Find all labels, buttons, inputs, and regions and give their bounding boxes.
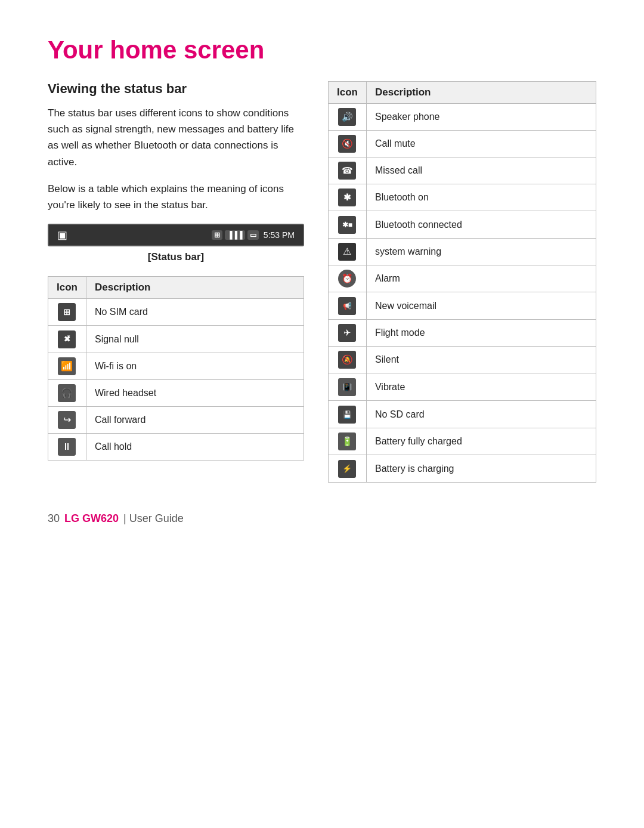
right-icon-table: Icon Description 🔊 Speaker phone 🔇 Call … bbox=[328, 81, 596, 483]
left-table-desc-cell: Wired headset bbox=[86, 380, 304, 407]
right-table-row: 📢 New voicemail bbox=[329, 292, 596, 320]
right-table-desc-cell: Alarm bbox=[366, 265, 596, 292]
left-table-row: ⏸ Call hold bbox=[48, 434, 304, 461]
page-title: Your home screen bbox=[48, 36, 596, 64]
left-icon-table: Icon Description ⊞ No SIM card ✖̄ Signal… bbox=[48, 276, 304, 461]
left-table-icon-header: Icon bbox=[48, 277, 86, 299]
right-table-desc-cell: Silent bbox=[366, 347, 596, 373]
call-mute-icon: 🔇 bbox=[329, 131, 367, 157]
section-title: Viewing the status bar bbox=[48, 81, 304, 97]
bluetooth-on-icon: ✱ bbox=[329, 184, 367, 211]
right-table-desc-cell: Bluetooth on bbox=[366, 184, 596, 211]
battery-charging-icon: ⚡ bbox=[329, 455, 367, 483]
right-table-desc-cell: Battery fully charged bbox=[366, 428, 596, 455]
status-bar-right-icons: ⊞ ▐▐▐ ▭ 5:53 PM bbox=[212, 230, 295, 240]
demo-icon-battery: ▭ bbox=[247, 230, 259, 240]
demo-time: 5:53 PM bbox=[264, 230, 295, 240]
right-table-desc-cell: Vibrate bbox=[366, 373, 596, 401]
no-sim-icon: ⊞ bbox=[48, 299, 86, 326]
left-table-desc-cell: No SIM card bbox=[86, 299, 304, 326]
right-table-row: ☎ Missed call bbox=[329, 157, 596, 184]
right-table-desc-cell: New voicemail bbox=[366, 292, 596, 320]
missed-call-icon: ☎ bbox=[329, 157, 367, 184]
speaker-phone-icon: 🔊 bbox=[329, 104, 367, 131]
demo-icon-signal: ▐▐▐ bbox=[225, 230, 245, 240]
right-column: Icon Description 🔊 Speaker phone 🔇 Call … bbox=[328, 81, 596, 483]
call-hold-icon: ⏸ bbox=[48, 434, 86, 461]
footer-page-number: 30 bbox=[48, 512, 60, 525]
left-column: Viewing the status bar The status bar us… bbox=[48, 81, 304, 461]
left-table-desc-cell: Wi-fi is on bbox=[86, 353, 304, 380]
right-table-row: 🔊 Speaker phone bbox=[329, 104, 596, 131]
left-table-desc-cell: Signal null bbox=[86, 326, 304, 353]
left-table-row: 📶 Wi-fi is on bbox=[48, 353, 304, 380]
right-table-row: ⚠ system warning bbox=[329, 239, 596, 265]
left-table-desc-cell: Call forward bbox=[86, 407, 304, 434]
status-bar-demo: ▣ ⊞ ▐▐▐ ▭ 5:53 PM bbox=[48, 224, 304, 246]
right-table-desc-cell: Call mute bbox=[366, 131, 596, 157]
right-table-row: ✈ Flight mode bbox=[329, 320, 596, 347]
right-table-row: 📳 Vibrate bbox=[329, 373, 596, 401]
signal-null-icon: ✖̄ bbox=[48, 326, 86, 353]
description-text-1: The status bar uses different icons to s… bbox=[48, 105, 304, 170]
left-table-desc-header: Description bbox=[86, 277, 304, 299]
footer-guide-text: | User Guide bbox=[123, 512, 184, 525]
right-table-desc-cell: Battery is charging bbox=[366, 455, 596, 483]
right-table-desc-cell: Speaker phone bbox=[366, 104, 596, 131]
right-table-icon-header: Icon bbox=[329, 82, 367, 104]
left-table-row: ⊞ No SIM card bbox=[48, 299, 304, 326]
battery-full-icon: 🔋 bbox=[329, 428, 367, 455]
right-table-row: ⏰ Alarm bbox=[329, 265, 596, 292]
left-table-row: 🎧 Wired headset bbox=[48, 380, 304, 407]
silent-icon: 🔕 bbox=[329, 347, 367, 373]
right-table-row: 🔇 Call mute bbox=[329, 131, 596, 157]
right-table-desc-cell: Flight mode bbox=[366, 320, 596, 347]
wifi-on-icon: 📶 bbox=[48, 353, 86, 380]
right-table-desc-cell: system warning bbox=[366, 239, 596, 265]
right-table-row: ✱ Bluetooth on bbox=[329, 184, 596, 211]
right-table-row: 🔋 Battery fully charged bbox=[329, 428, 596, 455]
bluetooth-connected-icon: ✱■ bbox=[329, 211, 367, 239]
demo-icon-sim: ⊞ bbox=[212, 230, 222, 240]
right-table-desc-cell: No SD card bbox=[366, 401, 596, 428]
description-text-2: Below is a table which explains the mean… bbox=[48, 181, 304, 213]
status-bar-left-icon: ▣ bbox=[57, 228, 67, 242]
left-table-desc-cell: Call hold bbox=[86, 434, 304, 461]
call-forward-icon: ↪ bbox=[48, 407, 86, 434]
right-table-row: 🔕 Silent bbox=[329, 347, 596, 373]
left-table-row: ↪ Call forward bbox=[48, 407, 304, 434]
right-table-desc-cell: Missed call bbox=[366, 157, 596, 184]
flight-mode-icon: ✈ bbox=[329, 320, 367, 347]
vibrate-icon: 📳 bbox=[329, 373, 367, 401]
alarm-icon: ⏰ bbox=[329, 265, 367, 292]
left-table-row: ✖̄ Signal null bbox=[48, 326, 304, 353]
footer-brand: LG GW620 bbox=[64, 512, 119, 525]
system-warning-icon: ⚠ bbox=[329, 239, 367, 265]
right-table-desc-header: Description bbox=[366, 82, 596, 104]
footer: 30 LG GW620 | User Guide bbox=[48, 512, 596, 525]
new-voicemail-icon: 📢 bbox=[329, 292, 367, 320]
no-sd-card-icon: 💾 bbox=[329, 401, 367, 428]
right-table-row: 💾 No SD card bbox=[329, 401, 596, 428]
right-table-row: ✱■ Bluetooth connected bbox=[329, 211, 596, 239]
wired-headset-icon: 🎧 bbox=[48, 380, 86, 407]
right-table-desc-cell: Bluetooth connected bbox=[366, 211, 596, 239]
right-table-row: ⚡ Battery is charging bbox=[329, 455, 596, 483]
status-bar-label: [Status bar] bbox=[48, 251, 304, 263]
